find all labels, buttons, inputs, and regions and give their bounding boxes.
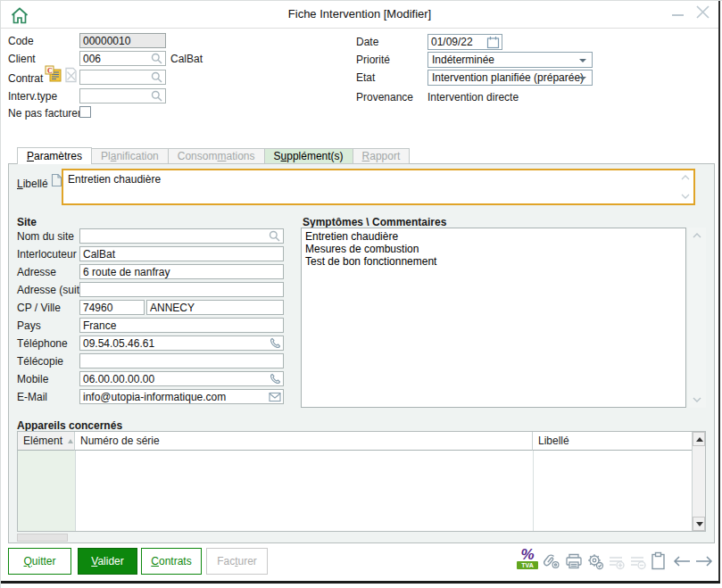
- libelle-input[interactable]: Entretien chaudière: [62, 169, 695, 205]
- tab-planification[interactable]: Planification: [91, 148, 169, 164]
- scroll-up-icon[interactable]: [693, 233, 701, 238]
- code-field: [79, 33, 166, 48]
- parametres-panel: Libellé Entretien chaudière Site Nom du …: [8, 163, 715, 543]
- tab-rapport[interactable]: Rapport: [353, 148, 411, 164]
- interv-type-label: Interv.type: [8, 90, 57, 103]
- symptomes-textarea[interactable]: Entretien chaudière Mesures de combustio…: [301, 228, 686, 408]
- tab-supplements[interactable]: Supplément(s): [264, 148, 353, 164]
- appareils-title: Appareils concernés: [17, 419, 122, 432]
- contrat-label: Contrat: [8, 72, 43, 85]
- appareils-table: Elément Numéro de série Libellé: [17, 431, 706, 532]
- pays-label: Pays: [17, 319, 41, 332]
- provenance-value: Intervention directe: [427, 91, 519, 104]
- symptomes-scrollbar[interactable]: [688, 228, 706, 408]
- ne-pas-facturer-label: Ne pas facturer: [8, 107, 81, 120]
- nom-du-site-label: Nom du site: [17, 230, 74, 243]
- next-icon[interactable]: [694, 555, 714, 567]
- detach-contract-icon: [63, 67, 79, 83]
- column-header-numero-serie[interactable]: Numéro de série: [75, 432, 533, 451]
- code-label: Code: [8, 35, 34, 47]
- adresse-label: Adresse: [17, 266, 56, 278]
- close-button[interactable]: [693, 3, 712, 21]
- tva-rates-icon[interactable]: % TVA: [517, 548, 538, 569]
- tab-parametres[interactable]: Paramètres: [17, 147, 92, 164]
- etat-value: Intervention planifiée (préparée): [432, 71, 584, 84]
- email-label: E-Mail: [17, 391, 47, 403]
- site-section-title: Site: [17, 216, 37, 228]
- telephone-field[interactable]: [79, 335, 284, 351]
- mobile-field[interactable]: [79, 371, 284, 386]
- tab-consommations[interactable]: Consommations: [168, 148, 265, 164]
- telecopie-field[interactable]: [79, 353, 284, 369]
- interlocuteur-field[interactable]: [79, 246, 284, 261]
- libelle-value: Entretien chaudière: [68, 173, 161, 186]
- sort-ascending-icon: [68, 439, 73, 443]
- contrats-button[interactable]: Contrats: [141, 548, 202, 575]
- window-bottom-edge: [1, 581, 720, 584]
- facturer-button: Facturer: [206, 548, 268, 575]
- symptomes-title: Symptômes \ Commentaires: [303, 216, 446, 228]
- pays-field[interactable]: [79, 318, 284, 333]
- date-label: Date: [356, 36, 378, 48]
- scroll-up-button[interactable]: [693, 432, 705, 446]
- telecopie-label: Télécopie: [17, 355, 63, 368]
- tab-bar: Paramètres Planification Consommations S…: [17, 147, 410, 164]
- site-search-icon[interactable]: [269, 230, 280, 242]
- contrat-search-icon[interactable]: [151, 71, 162, 83]
- previous-icon[interactable]: [672, 555, 692, 567]
- client-display-name: CalBat: [170, 53, 203, 65]
- valider-button[interactable]: Valider: [78, 548, 137, 575]
- phone-icon[interactable]: [270, 373, 281, 385]
- libelle-scroll-down-icon[interactable]: [681, 194, 690, 199]
- libelle-scroll-up-icon[interactable]: [681, 175, 690, 180]
- adresse-field[interactable]: [79, 264, 284, 279]
- column-divider: [533, 451, 534, 531]
- provenance-label: Provenance: [356, 91, 413, 104]
- calendar-icon[interactable]: [486, 36, 500, 49]
- horizontal-scrollbar-thumb[interactable]: [17, 534, 68, 542]
- scroll-down-button[interactable]: [693, 517, 705, 531]
- mobile-label: Mobile: [17, 373, 48, 385]
- svg-text:C: C: [47, 67, 53, 75]
- nom-du-site-field[interactable]: [79, 228, 284, 244]
- telephone-label: Téléphone: [17, 337, 68, 350]
- print-icon[interactable]: [565, 552, 583, 570]
- column-header-libelle[interactable]: Libellé: [533, 432, 692, 451]
- element-column: [18, 451, 76, 531]
- settings-icon[interactable]: [586, 552, 604, 570]
- chevron-down-icon: [579, 77, 586, 80]
- etat-label: Etat: [356, 71, 375, 84]
- priorite-label: Priorité: [356, 54, 390, 66]
- email-icon[interactable]: [269, 392, 281, 402]
- chevron-down-icon: [579, 59, 586, 62]
- cp-field[interactable]: [79, 300, 145, 315]
- libelle-label: Libellé: [17, 178, 48, 190]
- vertical-scrollbar[interactable]: [692, 432, 705, 531]
- quitter-button[interactable]: Quitter: [8, 548, 71, 575]
- client-label: Client: [8, 53, 36, 65]
- window-right-edge: [718, 1, 720, 581]
- attachments-icon[interactable]: [542, 553, 561, 571]
- appareils-table-header: Elément Numéro de série Libellé: [18, 432, 692, 451]
- column-header-element[interactable]: Elément: [18, 432, 75, 451]
- appareils-table-body[interactable]: [18, 451, 692, 531]
- add-row-icon: [608, 554, 626, 570]
- scroll-down-icon[interactable]: [693, 397, 701, 402]
- contract-icon[interactable]: C: [45, 65, 62, 82]
- interv-type-search-icon[interactable]: [151, 90, 162, 102]
- priorite-dropdown[interactable]: Indéterminée: [427, 52, 593, 68]
- client-search-icon[interactable]: [151, 53, 162, 64]
- email-field[interactable]: [79, 389, 284, 404]
- ne-pas-facturer-checkbox[interactable]: [79, 106, 91, 118]
- remove-row-icon: [629, 554, 647, 570]
- fiche-intervention-window: Fiche Intervention [Modifier] Code Clien…: [0, 0, 722, 588]
- phone-icon[interactable]: [270, 337, 281, 349]
- header-separator: [1, 28, 719, 29]
- adresse-suite-field[interactable]: [79, 282, 284, 297]
- interlocuteur-label: Interlocuteur: [17, 248, 77, 261]
- ville-field[interactable]: [146, 300, 284, 315]
- etat-dropdown[interactable]: Intervention planifiée (préparée): [427, 70, 593, 86]
- adresse-suite-label: Adresse (suite): [17, 284, 89, 296]
- clipboard-icon[interactable]: [651, 551, 666, 570]
- minimize-button[interactable]: [672, 14, 684, 16]
